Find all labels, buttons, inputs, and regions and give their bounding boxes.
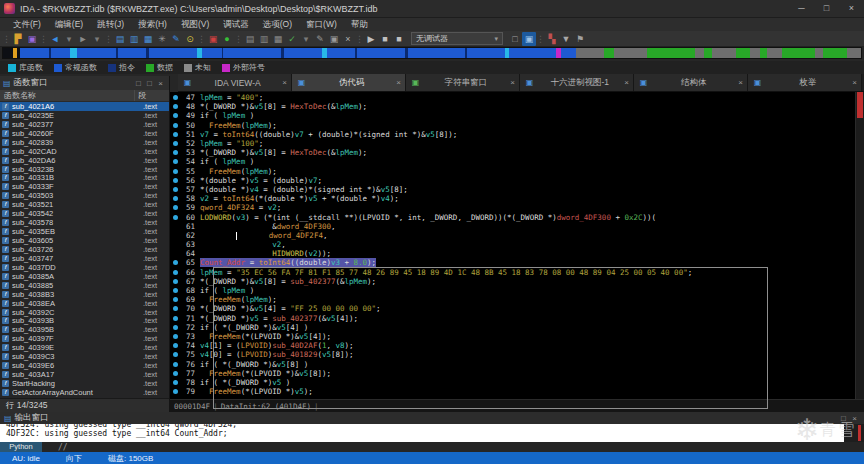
breakpoint-dot[interactable] [170, 343, 180, 348]
dock-icon[interactable]: ▣ [522, 32, 536, 46]
function-row[interactable]: fsub_402839.text [0, 138, 169, 147]
function-row[interactable]: fsub_4035EB.text [0, 227, 169, 236]
code-line[interactable]: 59qword_4DF324 = v2; [170, 203, 855, 212]
navigation-band[interactable] [2, 47, 862, 59]
function-row[interactable]: fsub_40395B.text [0, 325, 169, 334]
debugger-selector[interactable]: 无调试器▾ [411, 32, 503, 45]
menu-item-3[interactable]: 搜索(H) [131, 19, 174, 31]
run-until-icon[interactable]: ✎ [313, 32, 327, 46]
breakpoint-dot[interactable] [170, 334, 180, 339]
code-line[interactable]: 47lpMem = "400"; [170, 93, 855, 102]
code-line[interactable]: 52lpMem = "100"; [170, 139, 855, 148]
function-row[interactable]: fsub_403A17.text [0, 370, 169, 379]
breakpoint-dot[interactable] [170, 371, 180, 376]
function-row[interactable]: fsub_40333F.text [0, 182, 169, 191]
breakpoint-dot[interactable] [170, 150, 180, 155]
breakpoint-dot[interactable] [170, 132, 180, 137]
breakpoint-dot[interactable] [170, 389, 180, 394]
breakpoint-dot[interactable] [170, 196, 180, 201]
breakpoint-dot[interactable] [170, 288, 180, 293]
cli-language-button[interactable]: Python [0, 442, 42, 452]
code-line[interactable]: 66lpMem = "35 EC 56 FA 7F 81 F1 85 77 48… [170, 268, 855, 277]
menu-item-1[interactable]: 编辑(E) [48, 19, 90, 31]
registers-icon[interactable]: ▥ [257, 32, 271, 46]
code-line[interactable]: 62 dword_4DF2F4, [170, 231, 855, 240]
code-line[interactable]: 73 FreeMem(*(LPVOID *)&v5[4]); [170, 332, 855, 341]
tab-2[interactable]: ▣字符串窗口× [406, 74, 520, 91]
panel-float-icon[interactable]: □ [144, 79, 155, 88]
code-line[interactable]: 63 v2, [170, 240, 855, 249]
breakpoint-dot[interactable] [170, 279, 180, 284]
function-row[interactable]: fsub_40393B.text [0, 317, 169, 326]
column-segment[interactable]: 段 [135, 90, 169, 101]
breakpoint-dot[interactable] [170, 113, 180, 118]
function-row[interactable]: fsub_403503.text [0, 191, 169, 200]
function-row[interactable]: fsub_402DA6.text [0, 156, 169, 165]
function-row[interactable]: fsub_4038B3.text [0, 290, 169, 299]
tab-3[interactable]: ▣十六进制视图-1× [520, 74, 634, 91]
tab-close-icon[interactable]: × [622, 78, 629, 87]
code-line[interactable]: 55 FreeMem(lpMem); [170, 167, 855, 176]
breakpoint-dot[interactable] [170, 260, 180, 265]
function-row[interactable]: fsub_403885.text [0, 281, 169, 290]
code-line[interactable]: 64 HIDWORD(v2)); [170, 249, 855, 258]
panel-close-icon[interactable]: × [155, 79, 166, 88]
desktop-icon[interactable]: ▚ [545, 32, 559, 46]
close-button[interactable]: × [839, 0, 864, 18]
code-line[interactable]: 53*(_DWORD *)&v5[8] = HexToDec(&lpMem); [170, 148, 855, 157]
code-line[interactable]: 51v7 = toInt64((double)v7 + (double)*(si… [170, 130, 855, 139]
function-row[interactable]: fsub_402CAD.text [0, 147, 169, 156]
code-line[interactable]: 69 FreeMem(lpMem); [170, 295, 855, 304]
tab-1[interactable]: ▣伪代码× [292, 74, 406, 91]
forward-more-icon[interactable]: ▾ [90, 32, 104, 46]
breakpoint-dot[interactable] [170, 316, 180, 321]
menu-item-7[interactable]: 窗口(W) [299, 19, 344, 31]
breakpoint-dot[interactable] [170, 141, 180, 146]
code-line[interactable]: 77 FreeMem(*(LPVOID *)&v5[8]); [170, 369, 855, 378]
tab-close-icon[interactable]: × [850, 78, 857, 87]
breakpoint-dot[interactable] [170, 380, 180, 385]
function-row[interactable]: fsub_40399E.text [0, 343, 169, 352]
function-row[interactable]: fStartHacking.text [0, 379, 169, 388]
tab-close-icon[interactable]: × [508, 78, 515, 87]
code-line[interactable]: 72if ( *(_DWORD *)&v5[4] ) [170, 323, 855, 332]
forward-icon[interactable]: ► [76, 32, 90, 46]
code-line[interactable]: 61 &dword_4DF300, [170, 222, 855, 231]
flag-icon[interactable]: ⚑ [573, 32, 587, 46]
code-line[interactable]: 58v2 = toInt64(*(double *)v5 + *(double … [170, 194, 855, 203]
back-icon[interactable]: ◄ [48, 32, 62, 46]
code-line[interactable]: 78if ( *(_DWORD *)v5 ) [170, 378, 855, 387]
hex-view-icon[interactable]: ▥ [127, 32, 141, 46]
function-row[interactable]: fsub_403605.text [0, 236, 169, 245]
code-line[interactable]: 57*(double *)v4 = (double)*(signed int *… [170, 185, 855, 194]
breakpoints-icon[interactable]: ▣ [206, 32, 220, 46]
code-line[interactable]: 68if ( lpMem ) [170, 286, 855, 295]
column-function-name[interactable]: 函数名称 [0, 90, 135, 101]
ida-view-icon[interactable]: ▤ [113, 32, 127, 46]
code-line[interactable]: 65Count_Addr = toInt64((double)v3 + 8.0)… [170, 258, 855, 267]
snapshot-icon[interactable]: ▼ [559, 32, 573, 46]
search-icon[interactable]: ⊙ [183, 32, 197, 46]
breakpoint-dot[interactable] [170, 187, 180, 192]
breakpoint-dot[interactable] [170, 297, 180, 302]
pause-icon[interactable]: ■ [378, 32, 392, 46]
breakpoint-dot[interactable] [170, 215, 180, 220]
code-scrollbar[interactable] [855, 92, 864, 399]
step-over-icon[interactable]: ✓ [285, 32, 299, 46]
tab-4[interactable]: ▣结构体× [634, 74, 748, 91]
tab-5[interactable]: ▣枚举× [748, 74, 862, 91]
breakpoint-dot[interactable] [170, 362, 180, 367]
debug-windows-icon[interactable]: ▤ [243, 32, 257, 46]
menu-item-8[interactable]: 帮助 [344, 19, 375, 31]
modules-icon[interactable]: ▦ [271, 32, 285, 46]
code-line[interactable]: 60LODWORD(v3) = (*(int (__stdcall **)(LP… [170, 212, 855, 221]
start-process-icon[interactable]: ● [220, 32, 234, 46]
tab-close-icon[interactable]: × [280, 78, 287, 87]
breakpoint-dot[interactable] [170, 95, 180, 100]
function-row[interactable]: fsub_403726.text [0, 245, 169, 254]
output-close-icon[interactable]: × [849, 414, 860, 423]
breakpoint-dot[interactable] [170, 104, 180, 109]
continue-icon[interactable]: ▶ [364, 32, 378, 46]
open-file-icon[interactable]: ▛ [11, 32, 25, 46]
function-row[interactable]: fsub_403578.text [0, 218, 169, 227]
